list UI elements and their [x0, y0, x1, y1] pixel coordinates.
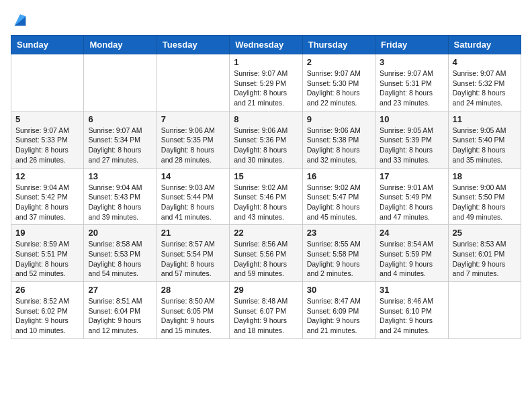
day-info: Sunrise: 9:05 AMSunset: 5:39 PMDaylight:… [380, 126, 443, 165]
calendar-day-cell: 10Sunrise: 9:05 AMSunset: 5:39 PMDayligh… [375, 111, 448, 168]
calendar-day-cell: 4Sunrise: 9:07 AMSunset: 5:32 PMDaylight… [448, 54, 521, 111]
calendar-day-header: Tuesday [157, 36, 229, 54]
day-info: Sunrise: 9:07 AMSunset: 5:30 PMDaylight:… [307, 68, 371, 108]
day-info: Sunrise: 9:07 AMSunset: 5:32 PMDaylight:… [453, 68, 517, 108]
calendar-day-cell: 14Sunrise: 9:03 AMSunset: 5:44 PMDayligh… [157, 168, 229, 225]
day-number: 14 [161, 171, 225, 181]
day-number: 2 [307, 57, 371, 67]
day-info: Sunrise: 9:07 AMSunset: 5:33 PMDaylight:… [15, 126, 79, 165]
calendar-day-cell: 25Sunrise: 8:53 AMSunset: 6:01 PMDayligh… [448, 225, 521, 282]
calendar-day-cell: 28Sunrise: 8:50 AMSunset: 6:05 PMDayligh… [157, 282, 229, 339]
day-info: Sunrise: 9:06 AMSunset: 5:35 PMDaylight:… [161, 126, 225, 165]
day-number: 31 [380, 285, 443, 295]
day-info: Sunrise: 8:55 AMSunset: 5:58 PMDaylight:… [307, 239, 371, 279]
day-number: 8 [234, 114, 298, 124]
day-info: Sunrise: 9:04 AMSunset: 5:42 PMDaylight:… [15, 183, 79, 222]
calendar-week-row: 12Sunrise: 9:04 AMSunset: 5:42 PMDayligh… [11, 168, 521, 225]
calendar-day-cell: 19Sunrise: 8:59 AMSunset: 5:51 PMDayligh… [11, 225, 84, 282]
day-number: 26 [15, 285, 79, 295]
day-info: Sunrise: 9:04 AMSunset: 5:43 PMDaylight:… [88, 183, 152, 222]
day-info: Sunrise: 9:06 AMSunset: 5:36 PMDaylight:… [234, 126, 298, 165]
calendar-day-header: Wednesday [230, 36, 302, 54]
calendar-day-cell: 3Sunrise: 9:07 AMSunset: 5:31 PMDaylight… [375, 54, 448, 111]
calendar-day-cell: 13Sunrise: 9:04 AMSunset: 5:43 PMDayligh… [84, 168, 157, 225]
day-info: Sunrise: 9:02 AMSunset: 5:46 PMDaylight:… [234, 183, 298, 222]
calendar-day-cell: 29Sunrise: 8:48 AMSunset: 6:07 PMDayligh… [230, 282, 302, 339]
calendar-day-cell: 16Sunrise: 9:02 AMSunset: 5:47 PMDayligh… [302, 168, 375, 225]
day-number: 23 [307, 228, 371, 238]
calendar-day-header: Sunday [11, 36, 84, 54]
calendar-day-header: Saturday [448, 36, 521, 54]
day-info: Sunrise: 8:46 AMSunset: 6:10 PMDaylight:… [380, 296, 443, 336]
day-number: 20 [88, 228, 152, 238]
day-info: Sunrise: 8:56 AMSunset: 5:56 PMDaylight:… [234, 239, 298, 279]
day-number: 11 [453, 114, 517, 124]
day-number: 24 [380, 228, 443, 238]
day-number: 5 [15, 114, 79, 124]
day-number: 28 [161, 285, 225, 295]
day-info: Sunrise: 8:50 AMSunset: 6:05 PMDaylight:… [161, 296, 225, 336]
day-info: Sunrise: 8:48 AMSunset: 6:07 PMDaylight:… [234, 296, 298, 336]
day-number: 9 [307, 114, 371, 124]
day-number: 4 [453, 57, 517, 67]
day-info: Sunrise: 8:58 AMSunset: 5:53 PMDaylight:… [88, 239, 152, 279]
calendar-day-cell: 9Sunrise: 9:06 AMSunset: 5:38 PMDaylight… [302, 111, 375, 168]
calendar-day-cell: 7Sunrise: 9:06 AMSunset: 5:35 PMDaylight… [157, 111, 229, 168]
day-number: 3 [380, 57, 443, 67]
calendar-day-cell [11, 54, 84, 111]
day-info: Sunrise: 9:02 AMSunset: 5:47 PMDaylight:… [307, 183, 371, 222]
day-number: 22 [234, 228, 298, 238]
day-number: 29 [234, 285, 298, 295]
day-info: Sunrise: 9:00 AMSunset: 5:50 PMDaylight:… [453, 183, 517, 222]
calendar-week-row: 5Sunrise: 9:07 AMSunset: 5:33 PMDaylight… [11, 111, 521, 168]
day-info: Sunrise: 8:57 AMSunset: 5:54 PMDaylight:… [161, 239, 225, 279]
calendar-day-cell [84, 54, 157, 111]
day-info: Sunrise: 8:53 AMSunset: 6:01 PMDaylight:… [453, 239, 517, 279]
calendar-day-cell: 22Sunrise: 8:56 AMSunset: 5:56 PMDayligh… [230, 225, 302, 282]
calendar-day-cell: 6Sunrise: 9:07 AMSunset: 5:34 PMDaylight… [84, 111, 157, 168]
calendar-day-cell: 12Sunrise: 9:04 AMSunset: 5:42 PMDayligh… [11, 168, 84, 225]
day-info: Sunrise: 8:54 AMSunset: 5:59 PMDaylight:… [380, 239, 443, 279]
day-info: Sunrise: 9:07 AMSunset: 5:29 PMDaylight:… [234, 68, 298, 108]
day-number: 19 [15, 228, 79, 238]
calendar-day-cell: 15Sunrise: 9:02 AMSunset: 5:46 PMDayligh… [230, 168, 302, 225]
day-info: Sunrise: 8:47 AMSunset: 6:09 PMDaylight:… [307, 296, 371, 336]
day-number: 17 [380, 171, 443, 181]
day-number: 10 [380, 114, 443, 124]
calendar-day-cell: 5Sunrise: 9:07 AMSunset: 5:33 PMDaylight… [11, 111, 84, 168]
day-info: Sunrise: 9:01 AMSunset: 5:49 PMDaylight:… [380, 183, 443, 222]
calendar-day-cell [157, 54, 229, 111]
day-info: Sunrise: 9:03 AMSunset: 5:44 PMDaylight:… [161, 183, 225, 222]
calendar-day-cell: 30Sunrise: 8:47 AMSunset: 6:09 PMDayligh… [302, 282, 375, 339]
day-number: 1 [234, 57, 298, 67]
calendar-day-header: Thursday [302, 36, 375, 54]
calendar-day-cell: 23Sunrise: 8:55 AMSunset: 5:58 PMDayligh… [302, 225, 375, 282]
calendar-day-cell: 31Sunrise: 8:46 AMSunset: 6:10 PMDayligh… [375, 282, 448, 339]
calendar-day-cell: 27Sunrise: 8:51 AMSunset: 6:04 PMDayligh… [84, 282, 157, 339]
calendar-day-cell: 24Sunrise: 8:54 AMSunset: 5:59 PMDayligh… [375, 225, 448, 282]
logo [11, 11, 32, 30]
calendar-day-cell: 2Sunrise: 9:07 AMSunset: 5:30 PMDaylight… [302, 54, 375, 111]
day-info: Sunrise: 9:06 AMSunset: 5:38 PMDaylight:… [307, 126, 371, 165]
calendar-day-header: Monday [84, 36, 157, 54]
calendar-day-cell: 26Sunrise: 8:52 AMSunset: 6:02 PMDayligh… [11, 282, 84, 339]
day-info: Sunrise: 9:05 AMSunset: 5:40 PMDaylight:… [453, 126, 517, 165]
day-number: 27 [88, 285, 152, 295]
calendar-day-cell: 21Sunrise: 8:57 AMSunset: 5:54 PMDayligh… [157, 225, 229, 282]
day-number: 15 [234, 171, 298, 181]
day-info: Sunrise: 8:51 AMSunset: 6:04 PMDaylight:… [88, 296, 152, 336]
day-number: 6 [88, 114, 152, 124]
day-number: 25 [453, 228, 517, 238]
day-number: 7 [161, 114, 225, 124]
page-header [11, 11, 521, 30]
calendar-day-cell: 1Sunrise: 9:07 AMSunset: 5:29 PMDaylight… [230, 54, 302, 111]
day-number: 12 [15, 171, 79, 181]
calendar-day-cell: 17Sunrise: 9:01 AMSunset: 5:49 PMDayligh… [375, 168, 448, 225]
day-info: Sunrise: 8:52 AMSunset: 6:02 PMDaylight:… [15, 296, 79, 336]
calendar-day-cell [448, 282, 521, 339]
logo-icon [11, 11, 30, 30]
calendar-day-cell: 20Sunrise: 8:58 AMSunset: 5:53 PMDayligh… [84, 225, 157, 282]
day-info: Sunrise: 8:59 AMSunset: 5:51 PMDaylight:… [15, 239, 79, 279]
day-number: 21 [161, 228, 225, 238]
day-number: 13 [88, 171, 152, 181]
